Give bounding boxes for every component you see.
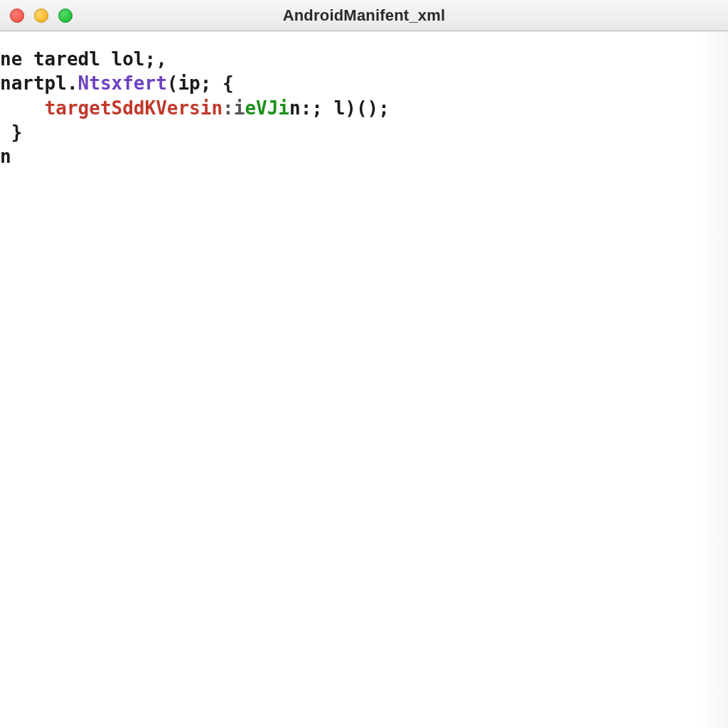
close-button[interactable]: [10, 9, 24, 23]
zoom-button[interactable]: [58, 9, 73, 23]
code-token: n:;: [289, 97, 334, 119]
code-token: n: [0, 146, 11, 167]
code-token: ne taredl lol;,: [0, 48, 167, 70]
editor-area[interactable]: ne taredl lol;, nartpl.Ntsxfert(ip; { ta…: [0, 31, 728, 728]
window-title: AndroidManifent_xml: [0, 6, 728, 25]
code-line-4[interactable]: }: [0, 120, 728, 144]
code-token: :i: [223, 97, 245, 119]
code-token: (ip; {: [167, 73, 234, 94]
code-line-6[interactable]: n: [0, 144, 728, 168]
code-token: l: [334, 97, 346, 119]
code-line-1[interactable]: ne taredl lol;,: [0, 47, 728, 71]
traffic-lights: [0, 9, 73, 23]
titlebar: AndroidManifent_xml: [0, 0, 728, 31]
code-token: .: [67, 73, 78, 94]
code-token: }: [0, 122, 22, 143]
code-indent: [0, 97, 45, 119]
editor-window: AndroidManifent_xml ne taredl lol;, nart…: [0, 0, 728, 728]
code-token: Ntsxfert: [78, 73, 167, 94]
minimize-button[interactable]: [34, 9, 48, 23]
code-token: eVJi: [245, 97, 289, 119]
code-token: )();: [345, 97, 390, 119]
code-token: targetSddKVersin: [45, 97, 223, 119]
code-token: nartpl: [0, 73, 67, 94]
code-line-3[interactable]: targetSddKVersin:ieVJin:; l)();: [0, 96, 728, 120]
code-line-2[interactable]: nartpl.Ntsxfert(ip; {: [0, 71, 728, 95]
